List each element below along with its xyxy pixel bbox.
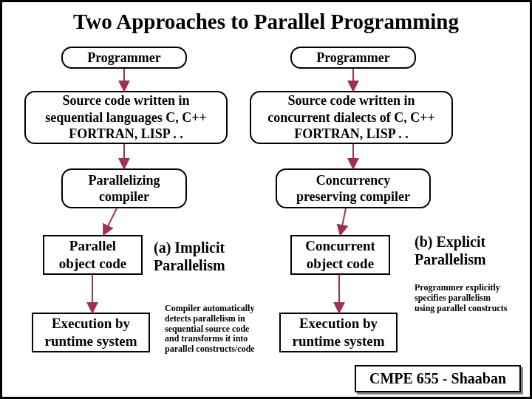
label-b: (b) Explicit Parallelism: [415, 233, 525, 268]
svg-line-2: [104, 208, 117, 233]
box-programmer-right: Programmer: [290, 47, 416, 69]
svg-line-6: [341, 208, 346, 233]
note-a: Compiler automaticallydetects parallelis…: [165, 304, 272, 355]
footer-credit: CMPE 655 - Shaaban: [355, 365, 521, 392]
box-exec-left: Execution byruntime system: [32, 313, 150, 352]
note-b: Programmer explicitlyspecifies paralleli…: [415, 283, 522, 313]
box-compiler-right: Concurrencypreserving compiler: [276, 168, 431, 208]
box-programmer-left: Programmer: [61, 47, 187, 69]
label-a: (a) Implicit Parallelism: [154, 239, 253, 274]
box-compiler-left: Parallelizingcompiler: [61, 168, 187, 208]
box-exec-right: Execution byruntime system: [279, 313, 398, 352]
box-source-left: Source code written insequential languag…: [24, 91, 228, 144]
page-title: Two Approaches to Parallel Programming: [2, 2, 530, 38]
box-object-left: Parallelobject code: [43, 235, 143, 275]
box-source-right: Source code written inconcurrent dialect…: [250, 91, 453, 144]
box-object-right: Concurrentobject code: [290, 235, 390, 275]
